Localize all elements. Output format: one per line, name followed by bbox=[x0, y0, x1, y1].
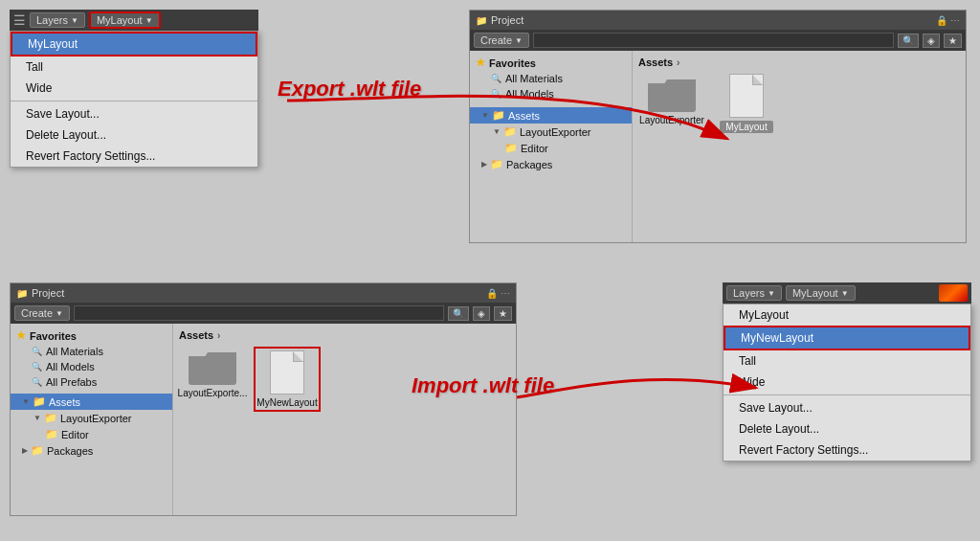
filter-btn-top[interactable]: ◈ bbox=[923, 34, 940, 48]
bottom-content-grid: LayoutExporte... MyNewLayout bbox=[179, 347, 510, 412]
packages-folder-icon-top: 📁 bbox=[490, 158, 503, 170]
layout-exporter-asset-bottom[interactable]: LayoutExporte... bbox=[179, 347, 246, 412]
top-layout-exporter-item[interactable]: ▼ 📁 LayoutExporter bbox=[470, 124, 632, 140]
mylayout-dropdown-button-bottom[interactable]: MyLayout ▼ bbox=[786, 285, 856, 301]
top-project-title: Project bbox=[491, 14, 523, 26]
top-editor-item[interactable]: 📁 Editor bbox=[470, 140, 632, 156]
top-project-toolbar: Create ▼ 🔍 ◈ ★ bbox=[470, 30, 966, 51]
menu-item-mylayout[interactable]: MyLayout bbox=[11, 32, 257, 56]
top-all-models[interactable]: 🔍 All Models bbox=[470, 86, 632, 101]
favorites-star-icon: ★ bbox=[476, 56, 485, 69]
mylayout-arrow-icon: ▼ bbox=[145, 16, 153, 25]
editor-label-top: Editor bbox=[521, 143, 548, 154]
bottom-toolbar: Layers ▼ MyLayout ▼ bbox=[723, 282, 971, 304]
folder-icon-asset-bottom bbox=[189, 347, 236, 385]
layout-exporter-asset-label-bottom: LayoutExporte... bbox=[178, 388, 248, 398]
editor-label-bottom: Editor bbox=[61, 429, 89, 440]
mylayout-asset-top[interactable]: MyLayout bbox=[713, 74, 780, 133]
bottom-layoutexp-triangle-icon: ▼ bbox=[33, 414, 41, 422]
top-project-content: Assets › LayoutExporter MyLayout bbox=[633, 51, 966, 242]
layers-label: Layers bbox=[36, 14, 68, 26]
menu-item-wide[interactable]: Wide bbox=[11, 78, 257, 99]
lock-icon: 🔒 ⋯ bbox=[936, 15, 960, 26]
bottom-right-panel: Layers ▼ MyLayout ▼ MyLayout MyNewLayout… bbox=[723, 282, 971, 462]
mylayout-dropdown-button[interactable]: MyLayout ▼ bbox=[89, 11, 161, 29]
assets-header-bottom: Assets bbox=[179, 329, 213, 341]
menu-item-mylayout-bottom[interactable]: MyLayout bbox=[724, 304, 970, 326]
packages-folder-icon-bottom: 📁 bbox=[31, 444, 44, 457]
menu-item-tall[interactable]: Tall bbox=[11, 56, 257, 78]
assets-folder-icon-top: 📁 bbox=[492, 109, 505, 122]
bottom-all-materials[interactable]: 🔍 All Materials bbox=[11, 344, 172, 359]
assets-label-top: Assets bbox=[508, 110, 540, 122]
bottom-editor-item[interactable]: 📁 Editor bbox=[11, 426, 172, 442]
create-label-top: Create bbox=[480, 34, 512, 46]
layout-exporter-asset-top[interactable]: LayoutExporter bbox=[638, 74, 705, 133]
menu-item-save-bottom[interactable]: Save Layout... bbox=[724, 397, 970, 418]
bottom-project-folder-icon: 📁 bbox=[16, 288, 28, 299]
search-small-icon-1: 🔍 bbox=[491, 74, 501, 83]
menu-item-delete[interactable]: Delete Layout... bbox=[11, 124, 257, 146]
search-btn-top[interactable]: 🔍 bbox=[898, 34, 919, 48]
search-input-top[interactable] bbox=[533, 33, 894, 48]
top-content-grid: LayoutExporter MyLayout bbox=[638, 74, 960, 133]
top-packages-item[interactable]: ▶ 📁 Packages bbox=[470, 156, 632, 172]
mynewlayout-asset-bottom[interactable]: MyNewLayout bbox=[254, 347, 321, 412]
all-models-label-top: All Models bbox=[505, 88, 554, 100]
create-button-bottom[interactable]: Create ▼ bbox=[14, 305, 70, 321]
export-label: Export .wlt file bbox=[278, 77, 421, 101]
search-input-bottom[interactable] bbox=[74, 305, 444, 321]
folder-icon-asset-top bbox=[648, 74, 696, 112]
layers-dropdown-button[interactable]: Layers ▼ bbox=[30, 12, 85, 28]
search-icon-mod: 🔍 bbox=[32, 362, 42, 372]
bottom-layout-exporter-item[interactable]: ▼ 📁 LayoutExporter bbox=[11, 410, 172, 426]
assets-triangle-icon-top: ▼ bbox=[481, 111, 489, 120]
menu-item-mynewlayout-bottom[interactable]: MyNewLayout bbox=[724, 326, 970, 350]
top-right-project-panel: 📁 Project 🔒 ⋯ Create ▼ 🔍 ◈ ★ ★ Favorites… bbox=[469, 10, 967, 243]
layoutexp-folder-icon: 📁 bbox=[503, 125, 517, 138]
top-project-sidebar: ★ Favorites 🔍 All Materials 🔍 All Models… bbox=[470, 51, 633, 242]
star-btn-bottom[interactable]: ★ bbox=[494, 306, 512, 321]
top-favorites-header: ★ Favorites bbox=[470, 55, 632, 71]
create-button-top[interactable]: Create ▼ bbox=[474, 33, 529, 48]
top-all-materials[interactable]: 🔍 All Materials bbox=[470, 71, 632, 86]
layers-arrow-icon-bottom: ▼ bbox=[768, 289, 775, 298]
bottom-packages-item[interactable]: ▶ 📁 Packages bbox=[11, 442, 172, 459]
layout-dropdown-menu: MyLayout Tall Wide Save Layout... Delete… bbox=[10, 31, 258, 168]
header-arrow-icon-top: › bbox=[677, 57, 679, 68]
menu-item-revert-bottom[interactable]: Revert Factory Settings... bbox=[724, 440, 970, 461]
assets-label-bottom: Assets bbox=[49, 396, 80, 408]
mylayout-asset-label-top: MyLayout bbox=[720, 121, 772, 133]
all-materials-label-top: All Materials bbox=[505, 73, 563, 84]
search-small-icon-2: 🔍 bbox=[491, 89, 501, 99]
bottom-all-prefabs[interactable]: 🔍 All Prefabs bbox=[11, 374, 172, 390]
assets-folder-icon-bottom: 📁 bbox=[33, 395, 46, 408]
menu-item-delete-bottom[interactable]: Delete Layout... bbox=[724, 418, 970, 440]
menu-item-save[interactable]: Save Layout... bbox=[11, 103, 257, 124]
layers-arrow-icon: ▼ bbox=[71, 16, 78, 25]
bottom-assets-item[interactable]: ▼ 📁 Assets bbox=[11, 394, 172, 410]
mylayout-label-bottom: MyLayout bbox=[792, 287, 838, 299]
editor-folder-icon-bottom: 📁 bbox=[45, 428, 58, 440]
bottom-project-title: Project bbox=[32, 287, 64, 299]
create-label-bottom: Create bbox=[21, 307, 53, 319]
search-btn-bottom[interactable]: 🔍 bbox=[448, 306, 469, 321]
create-arrow-icon-top: ▼ bbox=[515, 36, 523, 45]
layers-dropdown-button-bottom[interactable]: Layers ▼ bbox=[726, 285, 782, 301]
layout-exporter-label-top: LayoutExporter bbox=[520, 126, 591, 138]
bottom-all-models[interactable]: 🔍 All Models bbox=[11, 359, 172, 374]
menu-item-wide-bottom[interactable]: Wide bbox=[724, 372, 970, 393]
all-prefabs-label-bottom: All Prefabs bbox=[46, 376, 97, 388]
favorites-label-bottom: Favorites bbox=[30, 330, 77, 342]
menu-item-revert[interactable]: Revert Factory Settings... bbox=[11, 146, 257, 167]
create-arrow-icon-bottom: ▼ bbox=[56, 309, 63, 318]
top-assets-item[interactable]: ▼ 📁 Assets bbox=[470, 107, 632, 124]
bottom-project-body: ★ Favorites 🔍 All Materials 🔍 All Models… bbox=[11, 324, 516, 515]
bottom-project-sidebar: ★ Favorites 🔍 All Materials 🔍 All Models… bbox=[11, 324, 173, 515]
star-btn-top[interactable]: ★ bbox=[944, 34, 962, 48]
hamburger-icon[interactable]: ☰ bbox=[13, 12, 26, 28]
top-project-titlebar: 📁 Project 🔒 ⋯ bbox=[470, 11, 966, 30]
menu-item-tall-bottom[interactable]: Tall bbox=[724, 350, 970, 372]
filter-btn-bottom[interactable]: ◈ bbox=[473, 306, 490, 321]
packages-triangle-icon-top: ▶ bbox=[481, 160, 487, 169]
